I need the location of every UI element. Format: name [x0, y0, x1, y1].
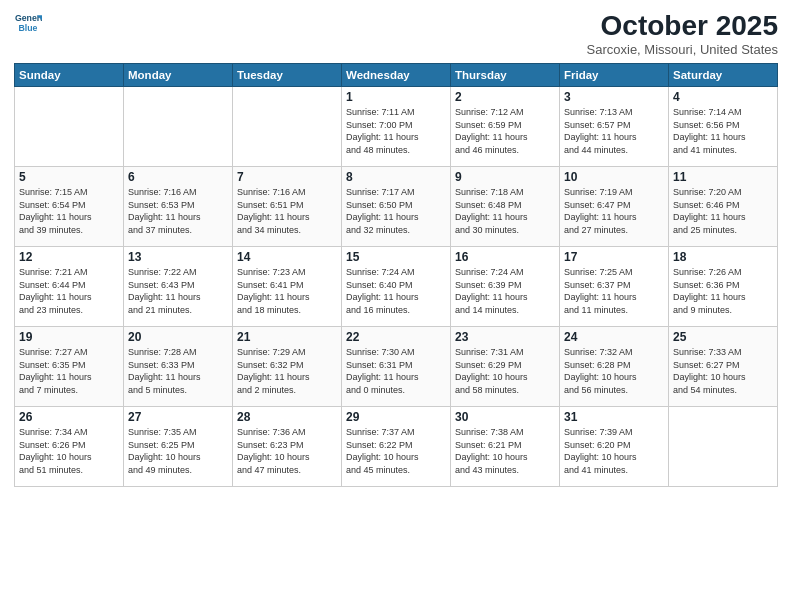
day-info: Sunrise: 7:27 AM Sunset: 6:35 PM Dayligh…: [19, 346, 119, 396]
week-row-2: 5Sunrise: 7:15 AM Sunset: 6:54 PM Daylig…: [15, 167, 778, 247]
calendar-cell: 22Sunrise: 7:30 AM Sunset: 6:31 PM Dayli…: [342, 327, 451, 407]
day-info: Sunrise: 7:20 AM Sunset: 6:46 PM Dayligh…: [673, 186, 773, 236]
calendar-cell: 16Sunrise: 7:24 AM Sunset: 6:39 PM Dayli…: [451, 247, 560, 327]
header-friday: Friday: [560, 64, 669, 87]
calendar-cell: [15, 87, 124, 167]
day-number: 25: [673, 330, 773, 344]
day-number: 9: [455, 170, 555, 184]
day-info: Sunrise: 7:35 AM Sunset: 6:25 PM Dayligh…: [128, 426, 228, 476]
day-number: 17: [564, 250, 664, 264]
header: General Blue October 2025 Sarcoxie, Miss…: [14, 10, 778, 57]
day-number: 28: [237, 410, 337, 424]
calendar-cell: 31Sunrise: 7:39 AM Sunset: 6:20 PM Dayli…: [560, 407, 669, 487]
day-info: Sunrise: 7:26 AM Sunset: 6:36 PM Dayligh…: [673, 266, 773, 316]
day-info: Sunrise: 7:24 AM Sunset: 6:39 PM Dayligh…: [455, 266, 555, 316]
day-info: Sunrise: 7:16 AM Sunset: 6:53 PM Dayligh…: [128, 186, 228, 236]
logo: General Blue: [14, 10, 42, 38]
day-number: 29: [346, 410, 446, 424]
calendar-cell: 27Sunrise: 7:35 AM Sunset: 6:25 PM Dayli…: [124, 407, 233, 487]
header-tuesday: Tuesday: [233, 64, 342, 87]
day-number: 10: [564, 170, 664, 184]
logo-icon: General Blue: [14, 10, 42, 38]
day-info: Sunrise: 7:14 AM Sunset: 6:56 PM Dayligh…: [673, 106, 773, 156]
calendar-cell: 24Sunrise: 7:32 AM Sunset: 6:28 PM Dayli…: [560, 327, 669, 407]
day-info: Sunrise: 7:37 AM Sunset: 6:22 PM Dayligh…: [346, 426, 446, 476]
day-number: 5: [19, 170, 119, 184]
calendar-cell: 29Sunrise: 7:37 AM Sunset: 6:22 PM Dayli…: [342, 407, 451, 487]
header-sunday: Sunday: [15, 64, 124, 87]
day-number: 4: [673, 90, 773, 104]
calendar-cell: 17Sunrise: 7:25 AM Sunset: 6:37 PM Dayli…: [560, 247, 669, 327]
week-row-5: 26Sunrise: 7:34 AM Sunset: 6:26 PM Dayli…: [15, 407, 778, 487]
calendar-cell: 26Sunrise: 7:34 AM Sunset: 6:26 PM Dayli…: [15, 407, 124, 487]
weekday-header-row: Sunday Monday Tuesday Wednesday Thursday…: [15, 64, 778, 87]
day-number: 23: [455, 330, 555, 344]
calendar-cell: 30Sunrise: 7:38 AM Sunset: 6:21 PM Dayli…: [451, 407, 560, 487]
day-info: Sunrise: 7:11 AM Sunset: 7:00 PM Dayligh…: [346, 106, 446, 156]
day-number: 20: [128, 330, 228, 344]
day-info: Sunrise: 7:21 AM Sunset: 6:44 PM Dayligh…: [19, 266, 119, 316]
calendar-cell: 18Sunrise: 7:26 AM Sunset: 6:36 PM Dayli…: [669, 247, 778, 327]
header-wednesday: Wednesday: [342, 64, 451, 87]
calendar-cell: 19Sunrise: 7:27 AM Sunset: 6:35 PM Dayli…: [15, 327, 124, 407]
month-title: October 2025: [587, 10, 778, 42]
day-info: Sunrise: 7:13 AM Sunset: 6:57 PM Dayligh…: [564, 106, 664, 156]
day-number: 22: [346, 330, 446, 344]
day-info: Sunrise: 7:34 AM Sunset: 6:26 PM Dayligh…: [19, 426, 119, 476]
day-info: Sunrise: 7:38 AM Sunset: 6:21 PM Dayligh…: [455, 426, 555, 476]
day-number: 1: [346, 90, 446, 104]
svg-text:Blue: Blue: [18, 23, 37, 33]
week-row-3: 12Sunrise: 7:21 AM Sunset: 6:44 PM Dayli…: [15, 247, 778, 327]
calendar-cell: 11Sunrise: 7:20 AM Sunset: 6:46 PM Dayli…: [669, 167, 778, 247]
page-container: General Blue October 2025 Sarcoxie, Miss…: [0, 0, 792, 612]
calendar-cell: 3Sunrise: 7:13 AM Sunset: 6:57 PM Daylig…: [560, 87, 669, 167]
calendar-cell: 4Sunrise: 7:14 AM Sunset: 6:56 PM Daylig…: [669, 87, 778, 167]
day-number: 31: [564, 410, 664, 424]
day-number: 18: [673, 250, 773, 264]
day-info: Sunrise: 7:33 AM Sunset: 6:27 PM Dayligh…: [673, 346, 773, 396]
day-info: Sunrise: 7:32 AM Sunset: 6:28 PM Dayligh…: [564, 346, 664, 396]
day-info: Sunrise: 7:23 AM Sunset: 6:41 PM Dayligh…: [237, 266, 337, 316]
calendar-cell: 28Sunrise: 7:36 AM Sunset: 6:23 PM Dayli…: [233, 407, 342, 487]
day-info: Sunrise: 7:22 AM Sunset: 6:43 PM Dayligh…: [128, 266, 228, 316]
calendar-cell: 6Sunrise: 7:16 AM Sunset: 6:53 PM Daylig…: [124, 167, 233, 247]
calendar-cell: [124, 87, 233, 167]
day-number: 16: [455, 250, 555, 264]
calendar-cell: 5Sunrise: 7:15 AM Sunset: 6:54 PM Daylig…: [15, 167, 124, 247]
calendar-cell: 10Sunrise: 7:19 AM Sunset: 6:47 PM Dayli…: [560, 167, 669, 247]
calendar-cell: 2Sunrise: 7:12 AM Sunset: 6:59 PM Daylig…: [451, 87, 560, 167]
calendar-cell: 1Sunrise: 7:11 AM Sunset: 7:00 PM Daylig…: [342, 87, 451, 167]
calendar-cell: 12Sunrise: 7:21 AM Sunset: 6:44 PM Dayli…: [15, 247, 124, 327]
day-number: 24: [564, 330, 664, 344]
subtitle: Sarcoxie, Missouri, United States: [587, 42, 778, 57]
day-number: 2: [455, 90, 555, 104]
calendar-cell: 23Sunrise: 7:31 AM Sunset: 6:29 PM Dayli…: [451, 327, 560, 407]
day-number: 30: [455, 410, 555, 424]
title-block: October 2025 Sarcoxie, Missouri, United …: [587, 10, 778, 57]
day-info: Sunrise: 7:19 AM Sunset: 6:47 PM Dayligh…: [564, 186, 664, 236]
header-monday: Monday: [124, 64, 233, 87]
week-row-1: 1Sunrise: 7:11 AM Sunset: 7:00 PM Daylig…: [15, 87, 778, 167]
day-number: 11: [673, 170, 773, 184]
calendar-cell: 13Sunrise: 7:22 AM Sunset: 6:43 PM Dayli…: [124, 247, 233, 327]
svg-text:General: General: [15, 13, 42, 23]
day-info: Sunrise: 7:15 AM Sunset: 6:54 PM Dayligh…: [19, 186, 119, 236]
day-info: Sunrise: 7:29 AM Sunset: 6:32 PM Dayligh…: [237, 346, 337, 396]
day-number: 3: [564, 90, 664, 104]
calendar-cell: 21Sunrise: 7:29 AM Sunset: 6:32 PM Dayli…: [233, 327, 342, 407]
day-number: 26: [19, 410, 119, 424]
day-info: Sunrise: 7:31 AM Sunset: 6:29 PM Dayligh…: [455, 346, 555, 396]
header-thursday: Thursday: [451, 64, 560, 87]
day-info: Sunrise: 7:16 AM Sunset: 6:51 PM Dayligh…: [237, 186, 337, 236]
day-info: Sunrise: 7:39 AM Sunset: 6:20 PM Dayligh…: [564, 426, 664, 476]
day-number: 27: [128, 410, 228, 424]
calendar-cell: 15Sunrise: 7:24 AM Sunset: 6:40 PM Dayli…: [342, 247, 451, 327]
day-number: 13: [128, 250, 228, 264]
day-number: 7: [237, 170, 337, 184]
calendar-table: Sunday Monday Tuesday Wednesday Thursday…: [14, 63, 778, 487]
calendar-cell: 14Sunrise: 7:23 AM Sunset: 6:41 PM Dayli…: [233, 247, 342, 327]
day-number: 21: [237, 330, 337, 344]
day-number: 14: [237, 250, 337, 264]
week-row-4: 19Sunrise: 7:27 AM Sunset: 6:35 PM Dayli…: [15, 327, 778, 407]
day-info: Sunrise: 7:17 AM Sunset: 6:50 PM Dayligh…: [346, 186, 446, 236]
